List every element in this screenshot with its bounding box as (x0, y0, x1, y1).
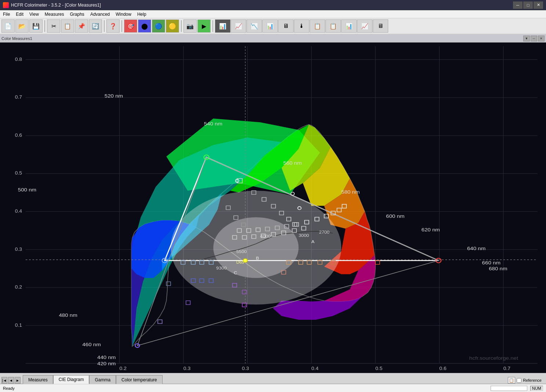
svg-text:0.3: 0.3 (183, 366, 190, 371)
tab-navigation: |◄ ◄ ► (1, 377, 21, 384)
inner-close[interactable]: ✕ (538, 36, 545, 41)
svg-text:460 nm: 460 nm (82, 342, 101, 347)
svg-text:560 nm: 560 nm (283, 160, 302, 166)
view-btn-3[interactable]: 📉 (247, 19, 262, 33)
color2-button[interactable]: ⬤ (138, 19, 151, 33)
menu-help[interactable]: Help (134, 11, 149, 18)
svg-text:A: A (312, 239, 315, 244)
tab-cie-diagram[interactable]: CIE Diagram (53, 375, 90, 384)
svg-text:620 nm: 620 nm (422, 227, 440, 232)
help-button[interactable]: ❓ (106, 19, 120, 33)
inner-restore[interactable]: ▼ (523, 36, 530, 41)
svg-text:0.3: 0.3 (15, 246, 22, 252)
camera-button[interactable]: 📷 (183, 19, 197, 33)
toolbar-separator-1 (44, 20, 45, 32)
view-btn-7[interactable]: 📋 (310, 19, 325, 33)
svg-text:520 nm: 520 nm (105, 93, 123, 99)
ref-icon[interactable]: 📋 (508, 377, 515, 384)
svg-text:680 nm: 680 nm (489, 266, 507, 271)
progress-bar (491, 386, 527, 391)
menu-measures[interactable]: Measures (42, 11, 67, 18)
close-button[interactable]: ✕ (534, 1, 543, 9)
app-icon (3, 2, 9, 8)
svg-text:9300: 9300 (216, 266, 227, 271)
menu-advanced[interactable]: Advanced (87, 11, 113, 18)
svg-text:C: C (234, 270, 237, 275)
status-text: Ready (3, 386, 15, 391)
watermark-text: hcfr.sourceforge.net (469, 355, 518, 361)
color3-button[interactable]: 🔵 (152, 19, 165, 33)
reference-checkbox[interactable] (517, 378, 521, 383)
view-btn-2[interactable]: 📈 (231, 19, 246, 33)
num-indicator: NUM (530, 386, 543, 391)
view-btn-8[interactable]: 📋 (325, 19, 341, 33)
window-title: HCFR Colorimeter - 3.5.2 - [Color Measur… (11, 3, 101, 8)
menu-bar: File Edit View Measures Graphs Advanced … (0, 10, 546, 18)
view-btn-10[interactable]: 📈 (357, 19, 372, 33)
menu-edit[interactable]: Edit (13, 11, 26, 18)
view-buttons: 📊 📈 📉 📊 🖥 🌡 📋 📋 📊 📈 🖥 (215, 19, 388, 33)
menu-view[interactable]: View (26, 11, 42, 18)
toolbar-separator-4 (181, 20, 182, 32)
svg-text:0.1: 0.1 (15, 322, 22, 327)
maximize-button[interactable]: □ (523, 1, 533, 9)
svg-text:0.5: 0.5 (375, 366, 382, 371)
svg-text:0.3: 0.3 (242, 366, 249, 371)
play-button[interactable]: ▶ (197, 19, 211, 33)
save-button[interactable]: 💾 (29, 19, 43, 33)
tab-scroll-right[interactable]: ► (15, 377, 21, 384)
reference-area: 📋 Reference (508, 377, 545, 384)
color1-button[interactable]: 🎯 (124, 19, 137, 33)
svg-text:0.5: 0.5 (15, 171, 22, 176)
svg-text:B: B (256, 256, 259, 261)
view-btn-5[interactable]: 🖥 (278, 19, 294, 33)
toolbar-separator-5 (212, 20, 213, 32)
svg-text:0.7: 0.7 (15, 95, 22, 100)
open-button[interactable]: 📂 (15, 19, 29, 33)
svg-text:600 nm: 600 nm (386, 213, 404, 219)
inner-minimize[interactable]: ─ (531, 36, 537, 41)
svg-text:0.6: 0.6 (15, 133, 22, 138)
title-bar: HCFR Colorimeter - 3.5.2 - [Color Measur… (0, 0, 546, 10)
tab-measures[interactable]: Measures (23, 375, 53, 384)
svg-text:500 nm: 500 nm (18, 187, 36, 193)
svg-text:3000: 3000 (299, 233, 309, 238)
svg-text:480 nm: 480 nm (59, 312, 77, 318)
tab-scroll-left-start[interactable]: |◄ (1, 377, 7, 384)
view-btn-9[interactable]: 📊 (341, 19, 357, 33)
svg-text:540 nm: 540 nm (204, 121, 222, 127)
toolbar-separator-2 (104, 20, 105, 32)
svg-text:0.2: 0.2 (120, 366, 127, 371)
svg-text:420 nm: 420 nm (97, 361, 116, 366)
view-btn-6[interactable]: 🌡 (294, 19, 309, 33)
tab-bar: |◄ ◄ ► Measures CIE Diagram Gamma Color … (0, 373, 546, 384)
svg-text:0.7: 0.7 (503, 366, 510, 371)
inner-controls: ▼ ─ ✕ (523, 36, 545, 41)
svg-text:0.4: 0.4 (312, 366, 318, 371)
view-btn-1[interactable]: 📊 (215, 19, 230, 33)
cut-button[interactable]: ✂ (47, 19, 60, 33)
color4-button[interactable]: 🟡 (166, 19, 179, 33)
paste-button[interactable]: 📌 (75, 19, 88, 33)
minimize-button[interactable]: ─ (513, 1, 523, 9)
view-btn-4[interactable]: 📊 (262, 19, 278, 33)
tab-color-temperature[interactable]: Color temperature (116, 375, 163, 384)
menu-file[interactable]: File (0, 11, 13, 18)
svg-text:D65: D65 (236, 260, 244, 264)
svg-text:5500: 5500 (236, 249, 247, 254)
view-btn-11[interactable]: 🖥 (373, 19, 388, 33)
reference-label: Reference (523, 378, 542, 382)
cie-svg: 520 nm 540 nm 560 nm 500 nm 580 nm 600 n… (0, 43, 546, 373)
svg-text:640 nm: 640 nm (467, 246, 485, 251)
tab-scroll-left[interactable]: ◄ (8, 377, 14, 384)
svg-text:4000: 4000 (260, 234, 271, 239)
new-button[interactable]: 📄 (1, 19, 15, 33)
menu-window[interactable]: Window (113, 11, 134, 18)
status-bar: Ready NUM (0, 384, 546, 392)
copy-button[interactable]: 📋 (61, 19, 74, 33)
menu-graphs[interactable]: Graphs (67, 11, 87, 18)
svg-text:0.4: 0.4 (15, 209, 22, 214)
import-button[interactable]: 🔄 (89, 19, 102, 33)
toolbar: 📄 📂 💾 ✂ 📋 📌 🔄 ❓ 🎯 ⬤ 🔵 🟡 📷 ▶ 📊 📈 📉 📊 🖥 🌡 … (0, 18, 546, 34)
tab-gamma[interactable]: Gamma (89, 375, 116, 384)
